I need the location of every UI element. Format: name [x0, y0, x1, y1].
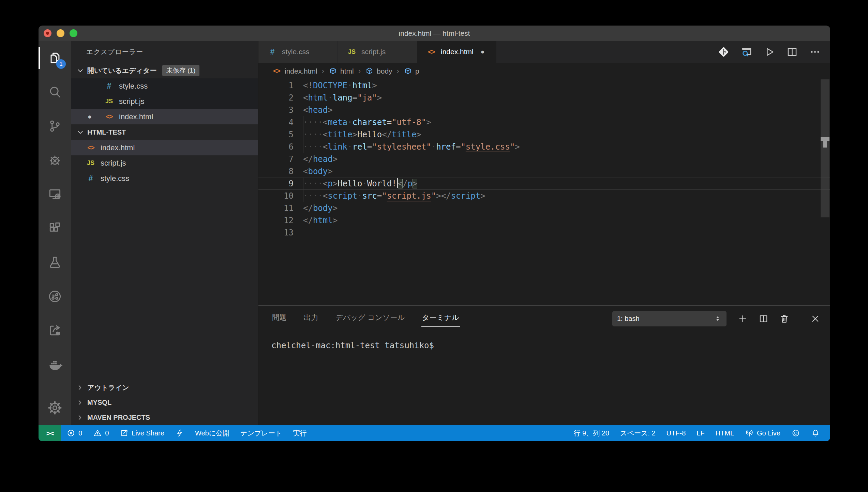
open-preview-icon[interactable]	[740, 46, 753, 58]
panel-tab-ターミナル[interactable]: ターミナル	[421, 310, 460, 327]
file-tree-item[interactable]: JSscript.js	[71, 155, 258, 171]
activity-item-git-graph[interactable]	[39, 279, 71, 313]
project-header[interactable]: HTML-TEST	[71, 124, 258, 140]
modified-dot-icon: ●	[88, 113, 92, 121]
add-terminal-icon[interactable]	[737, 313, 748, 324]
breadcrumb-item-index.html[interactable]: <>index.html	[271, 67, 317, 75]
code-line-6[interactable]: 6····<link·rel="stylesheet"·href="style.…	[258, 141, 830, 153]
activity-item-remote-explorer[interactable]	[39, 177, 71, 211]
code-token: >	[515, 142, 520, 152]
breadcrumb-item-body[interactable]: body	[365, 67, 392, 75]
code-line-11[interactable]: 11</body>	[258, 202, 830, 214]
breadcrumb-label: body	[377, 67, 392, 75]
activity-item-explorer[interactable]: 1	[39, 41, 71, 75]
code-editor[interactable]: 1<!DOCTYPE·html>2<html·lang="ja">3<head>…	[258, 79, 830, 305]
split-panel-icon[interactable]	[758, 313, 769, 324]
sidebar-section-maven-projects[interactable]: MAVEN PROJECTS	[71, 410, 258, 425]
activity-item-settings[interactable]	[39, 391, 71, 425]
breadcrumb-item-p[interactable]: p	[404, 67, 419, 75]
code-line-13[interactable]: 13	[258, 227, 830, 239]
activity-item-extensions[interactable]	[39, 211, 71, 245]
status-publish-web[interactable]: Webに公開	[190, 425, 235, 441]
activity-item-docker[interactable]	[39, 348, 71, 382]
more-actions-icon[interactable]	[809, 46, 821, 58]
status-feedback[interactable]	[786, 425, 806, 441]
sidebar-bottom-sections: アウトラインMYSQLMAVEN PROJECTS	[71, 380, 258, 425]
file-tree-item[interactable]: #style.css	[71, 171, 258, 186]
sidebar-section-mysql[interactable]: MYSQL	[71, 395, 258, 410]
status-warnings[interactable]: 0	[88, 425, 114, 441]
code-line-4[interactable]: 4····<meta·charset="utf-8">	[258, 116, 830, 128]
status-notifications[interactable]	[806, 425, 825, 441]
status-cursor-position[interactable]: 行 9、列 20	[568, 425, 614, 441]
status-eol[interactable]: LF	[691, 425, 710, 441]
css-file-icon: #	[86, 174, 96, 183]
code-line-3[interactable]: 3<head>	[258, 104, 830, 116]
panel-tabs: 問題出力デバッグ コンソールターミナル	[271, 310, 460, 327]
code-line-10[interactable]: 10····<script·src="script.js"></script>	[258, 190, 830, 202]
code-token: <	[303, 93, 308, 103]
code-token: <	[323, 118, 328, 127]
status-errors[interactable]: 0	[61, 425, 88, 441]
title-bar[interactable]: index.html — html-test	[39, 26, 830, 41]
code-token: "	[461, 142, 465, 152]
activity-item-search[interactable]	[39, 75, 71, 109]
code-token: html	[353, 81, 372, 90]
code-line-9[interactable]: 9····<p>Hello·World!</p>	[258, 178, 830, 190]
activity-item-live-share[interactable]	[39, 313, 71, 348]
status-language-mode[interactable]: HTML	[710, 425, 739, 441]
open-editors-header[interactable]: 開いているエディター 未保存 (1)	[71, 63, 258, 78]
code-line-1[interactable]: 1<!DOCTYPE·html>	[258, 79, 830, 92]
open-editor-item[interactable]: ●<>index.html	[71, 109, 258, 124]
open-editor-item[interactable]: JSscript.js	[71, 94, 258, 109]
code-text: ····<script·src="script.js"></script>	[303, 190, 485, 202]
status-label: 実行	[293, 429, 306, 438]
chevron-down-icon[interactable]	[76, 66, 85, 75]
run-icon[interactable]	[763, 46, 776, 58]
activity-item-test[interactable]	[39, 245, 71, 279]
file-tree-item[interactable]: <>index.html	[71, 140, 258, 155]
code-token: link	[328, 142, 347, 152]
status-indentation[interactable]: スペース: 2	[615, 425, 661, 441]
status-go-live[interactable]: Go Live	[739, 425, 786, 441]
code-line-5[interactable]: 5····<title>Hello</title>	[258, 128, 830, 141]
chevron-down-icon[interactable]	[76, 128, 85, 137]
trash-icon[interactable]	[779, 313, 790, 324]
code-text: <head>	[303, 104, 333, 116]
tab-index.html[interactable]: <>index.html●	[417, 41, 497, 63]
sidebar-section-アウトライン[interactable]: アウトライン	[71, 380, 258, 395]
code-token: >	[413, 179, 417, 188]
activity-item-source-control[interactable]	[39, 109, 71, 143]
file-label: script.js	[119, 97, 145, 106]
status-run[interactable]: 実行	[287, 425, 312, 441]
status-template[interactable]: テンプレート	[235, 425, 287, 441]
breadcrumb-item-html[interactable]: html	[329, 67, 354, 75]
status-encoding[interactable]: UTF-8	[661, 425, 691, 441]
status-bolt[interactable]	[170, 425, 190, 441]
remote-indicator[interactable]: ><	[39, 425, 61, 441]
editor-scrollbar[interactable]	[821, 79, 829, 217]
open-editor-item[interactable]: #style.css	[71, 78, 258, 94]
debug-icon	[47, 153, 62, 168]
close-panel-icon[interactable]	[810, 313, 821, 324]
line-number: 2	[258, 92, 294, 104]
code-line-2[interactable]: 2<html·lang="ja">	[258, 92, 830, 104]
code-token: </	[303, 216, 313, 225]
terminal[interactable]: chelchel-mac:html-test tatsuhiko$	[258, 331, 830, 425]
code-token: html	[313, 216, 333, 225]
panel-tab-デバッグ コンソール[interactable]: デバッグ コンソール	[335, 310, 406, 327]
status-live-share[interactable]: Live Share	[114, 425, 170, 441]
tab-script.js[interactable]: JSscript.js	[338, 41, 417, 63]
panel-tab-問題[interactable]: 問題	[271, 310, 287, 327]
code-line-8[interactable]: 8<body>	[258, 165, 830, 178]
bell-icon	[811, 429, 820, 437]
code-line-12[interactable]: 12</html>	[258, 214, 830, 227]
activity-item-debug[interactable]	[39, 143, 71, 177]
split-editor-icon[interactable]	[786, 46, 798, 58]
git-diamond-icon[interactable]	[717, 46, 730, 58]
panel-tab-出力[interactable]: 出力	[303, 310, 319, 327]
code-line-7[interactable]: 7</head>	[258, 153, 830, 165]
terminal-select[interactable]: 1: bash	[612, 311, 727, 326]
tab-style.css[interactable]: #style.css	[258, 41, 338, 63]
code-token: ·	[347, 81, 352, 90]
